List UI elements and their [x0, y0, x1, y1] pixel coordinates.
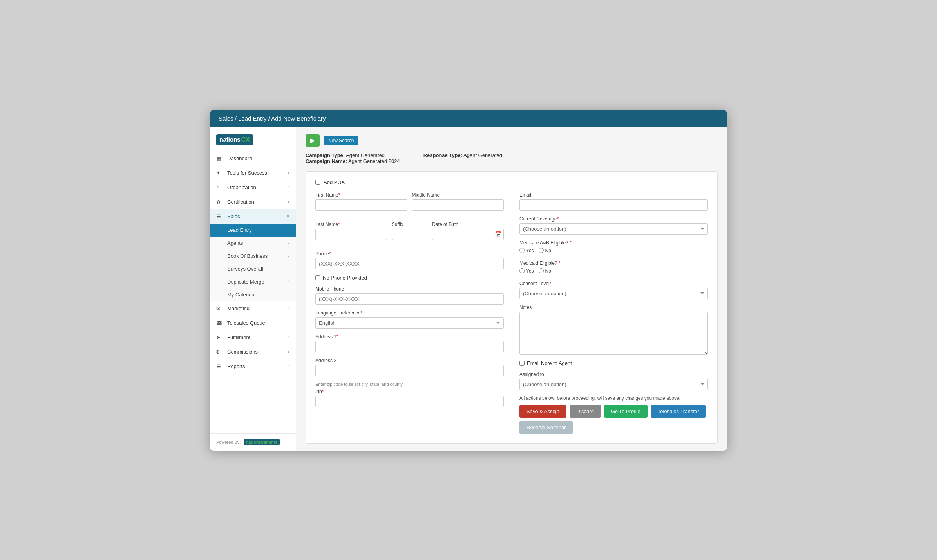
powered-nations: nations: [246, 440, 261, 444]
assigned-to-group: Assigned to (Choose an option): [519, 372, 708, 390]
sidebar-item-fulfillment[interactable]: ➤ Fulfillment ›: [210, 330, 296, 345]
first-name-group: First Name*: [315, 192, 407, 211]
org-icon: ⌂: [216, 184, 223, 190]
sidebar-item-dashboard[interactable]: ▦ Dashboard: [210, 151, 296, 166]
action-buttons: Save & Assign Discard Go To Profile Tele…: [519, 405, 708, 434]
telesales-transfer-button[interactable]: Telesales Transfer: [651, 405, 706, 418]
medicare-yes-radio[interactable]: [519, 248, 525, 253]
sidebar-item-label: Tools for Success: [227, 170, 288, 176]
no-phone-checkbox[interactable]: [315, 275, 320, 280]
zip-group: Zip*: [315, 389, 504, 407]
suffix-input[interactable]: [392, 229, 427, 240]
mobile-phone-input[interactable]: [315, 293, 504, 305]
consent-label: Consent Level*: [519, 281, 708, 286]
address1-label: Address 1*: [315, 334, 504, 340]
form-card: Add POA First Name*: [306, 171, 718, 444]
language-label: Language Preference*: [315, 310, 504, 316]
last-name-input[interactable]: [315, 229, 387, 240]
breadcrumb: Sales / Lead Entry / Add New Beneficiary: [219, 115, 326, 122]
chevron-icon: ›: [288, 364, 289, 369]
medicare-radio-group: Yes No: [519, 248, 708, 255]
sidebar: nations CX ▦ Dashboard ✦ Tools for Succe…: [210, 127, 296, 451]
sidebar-item-my-calendar[interactable]: My Calendar: [210, 288, 296, 301]
suffix-label: Suffix: [392, 222, 427, 227]
response-type: Response Type: Agent Generated: [423, 152, 502, 164]
sidebar-item-reports[interactable]: ☰ Reports ›: [210, 359, 296, 374]
medicaid-radio-group: Yes No: [519, 268, 708, 275]
dob-input[interactable]: [432, 229, 504, 240]
sidebar-item-tools[interactable]: ✦ Tools for Success ›: [210, 166, 296, 180]
sidebar-item-organization[interactable]: ⌂ Organization ›: [210, 180, 296, 195]
sidebar-item-lead-entry[interactable]: Lead Entry: [210, 224, 296, 237]
new-search-button[interactable]: New Search: [324, 136, 358, 145]
medicare-no-radio[interactable]: [539, 248, 544, 253]
new-search-label: New Search: [328, 138, 354, 143]
medicaid-group: Medicaid Eligible? * Yes No: [519, 260, 708, 275]
sidebar-item-book-of-business[interactable]: Book Of Business ›: [210, 249, 296, 262]
consent-select[interactable]: (Choose an option): [519, 288, 708, 299]
sidebar-item-agents[interactable]: Agents ›: [210, 237, 296, 249]
assigned-to-select[interactable]: (Choose an option): [519, 379, 708, 390]
notes-textarea[interactable]: [519, 312, 708, 355]
medicaid-yes-label: Yes: [519, 268, 534, 274]
sidebar-item-label: Reports: [227, 363, 288, 369]
sidebar-item-surveys-overall[interactable]: Surveys Overall: [210, 262, 296, 275]
discard-button[interactable]: Discard: [570, 405, 601, 418]
address2-label: Address 2: [315, 358, 504, 363]
sidebar-item-certification[interactable]: ✿ Certification ›: [210, 195, 296, 209]
medicaid-label: Medicaid Eligible? *: [519, 260, 708, 266]
notes-group: Notes: [519, 305, 708, 355]
sidebar-item-label: Dashboard: [227, 155, 289, 161]
telesales-transfer-label: Telesales Transfer: [658, 408, 699, 414]
sidebar-item-sales[interactable]: ☰ Sales ∨: [210, 209, 296, 224]
sidebar-item-commissions[interactable]: $ Commissions ›: [210, 345, 296, 359]
commissions-icon: $: [216, 349, 223, 355]
sidebar-item-telesales[interactable]: ☎ Telesales Queue: [210, 316, 296, 330]
email-label: Email: [519, 192, 708, 198]
powered-logo: nationsbenefits: [244, 439, 279, 445]
no-phone-row: No Phone Provided: [315, 275, 504, 281]
fulfillment-icon: ➤: [216, 334, 223, 340]
email-note-checkbox[interactable]: [519, 361, 525, 366]
chevron-icon: ›: [288, 335, 289, 340]
current-coverage-select[interactable]: (Choose an option): [519, 223, 708, 235]
campaign-name-label: Campaign Name:: [306, 158, 347, 164]
go-to-profile-button[interactable]: Go To Profile: [604, 405, 648, 418]
save-assign-button[interactable]: Save & Assign: [519, 405, 566, 418]
add-poa-checkbox[interactable]: [315, 180, 320, 185]
calendar-label: My Calendar: [227, 292, 256, 298]
campaign-type-value: Agent Generated: [346, 152, 385, 158]
first-name-label: First Name*: [315, 192, 407, 198]
medicaid-no-radio[interactable]: [539, 268, 544, 273]
add-poa-row: Add POA: [315, 179, 708, 185]
email-group: Email: [519, 192, 708, 211]
email-input[interactable]: [519, 199, 708, 211]
language-select[interactable]: English Spanish French Other: [315, 317, 504, 329]
zip-input[interactable]: [315, 396, 504, 407]
sidebar-item-label: Sales: [227, 213, 286, 219]
powered-benefits: benefits: [261, 440, 278, 444]
address2-input[interactable]: [315, 365, 504, 376]
first-name-input[interactable]: [315, 199, 407, 211]
tools-icon: ✦: [216, 170, 223, 176]
suffix-group: Suffix: [392, 222, 427, 240]
forward-button[interactable]: ▶: [306, 134, 320, 147]
chevron-icon: ›: [288, 306, 289, 311]
medicare-no-label: No: [539, 248, 551, 253]
toolbar: ▶ New Search: [306, 134, 718, 147]
mobile-phone-label: Mobile Phone: [315, 286, 504, 292]
name-row: First Name* Middle Name: [315, 192, 504, 216]
sales-submenu: Lead Entry Agents › Book Of Business › S…: [210, 224, 296, 301]
address1-input[interactable]: [315, 341, 504, 352]
no-phone-label: No Phone Provided: [323, 275, 367, 281]
phone-input[interactable]: [315, 258, 504, 269]
medicaid-yes-radio[interactable]: [519, 268, 525, 273]
middle-name-label: Middle Name: [412, 192, 504, 198]
arrow-icon: ▶: [310, 137, 315, 144]
reserve-seminar-button[interactable]: Reserve Seminar: [519, 421, 573, 434]
middle-name-input[interactable]: [412, 199, 504, 211]
campaign-info: Campaign Type: Agent Generated Campaign …: [306, 152, 718, 164]
sidebar-item-marketing[interactable]: ✉ Marketing ›: [210, 301, 296, 316]
chevron-icon: ›: [288, 199, 289, 204]
sidebar-item-duplicate-merge[interactable]: Duplicate Merge ›: [210, 275, 296, 288]
